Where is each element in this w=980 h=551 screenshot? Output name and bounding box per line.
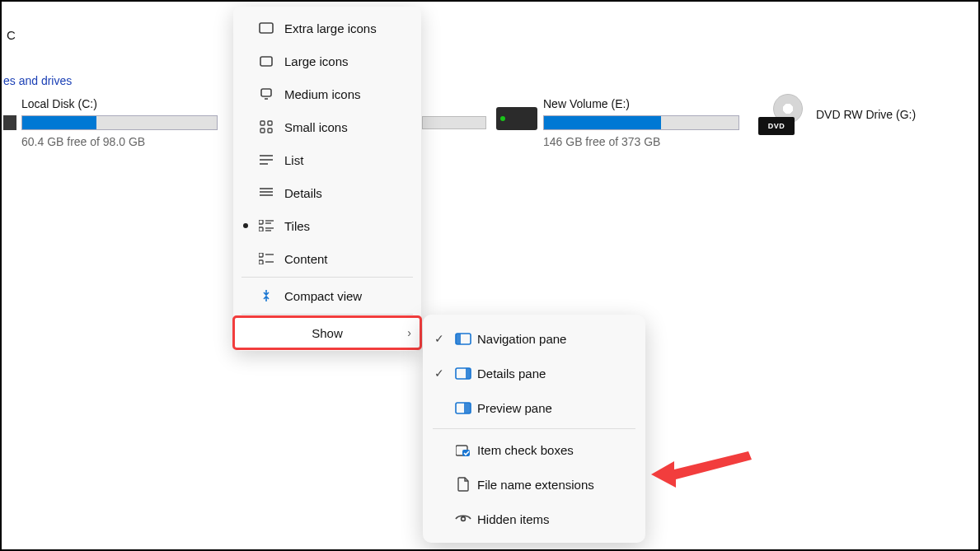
view-context-menu: Extra large icons Large icons Medium ico… [233, 7, 421, 351]
drive-tile-new-volume-e[interactable]: New Volume (E:) 146 GB free of 373 GB [543, 97, 739, 148]
list-icon [256, 154, 276, 166]
drive-tile-local-disk-c[interactable]: Local Disk (C:) 60.4 GB free of 98.0 GB [21, 97, 218, 148]
menu-item-label: Tiles [284, 219, 310, 233]
menu-item-label: Medium icons [284, 87, 361, 101]
submenu-item-label: Details pane [477, 367, 546, 381]
submenu-item-preview-pane[interactable]: ✓ Preview pane [423, 390, 645, 425]
menu-separator [241, 277, 413, 278]
menu-item-label: Show [312, 326, 343, 340]
menu-item-compact-view[interactable]: Compact view [233, 279, 421, 312]
menu-separator [241, 314, 413, 315]
menu-item-label: List [284, 153, 303, 167]
medium-icons-icon [256, 88, 276, 100]
drive-name: DVD RW Drive (G:) [816, 108, 916, 121]
svg-rect-20 [259, 253, 263, 257]
svg-rect-4 [260, 121, 265, 125]
submenu-item-label: Hidden items [477, 512, 550, 526]
large-icons-icon [256, 56, 276, 67]
extra-large-icons-icon [256, 22, 276, 34]
details-pane-icon [454, 367, 472, 380]
drive-usage-bar [21, 115, 218, 130]
submenu-item-item-check-boxes[interactable]: ✓ Item check boxes [423, 432, 645, 467]
submenu-item-details-pane[interactable]: ✓ Details pane [423, 356, 645, 390]
svg-rect-6 [260, 128, 265, 133]
submenu-separator [433, 428, 635, 429]
submenu-item-label: Preview pane [477, 401, 552, 415]
hidden-items-icon [454, 513, 472, 525]
menu-item-details[interactable]: Details [233, 176, 421, 209]
submenu-item-label: Item check boxes [477, 443, 574, 457]
svg-point-31 [462, 517, 466, 521]
menu-item-extra-large-icons[interactable]: Extra large icons [233, 12, 421, 44]
show-submenu: ✓ Navigation pane ✓ Details pane ✓ Previ… [423, 315, 645, 543]
annotation-arrow [651, 445, 758, 494]
details-icon [256, 187, 276, 198]
drive-bar-stub [422, 116, 486, 129]
tiles-icon [256, 220, 276, 231]
menu-item-label: Small icons [284, 120, 348, 134]
content-icon [256, 253, 276, 264]
drive-usage-bar [543, 115, 739, 130]
svg-rect-5 [268, 121, 272, 125]
drive-tile-dvd-rw-g[interactable]: DVD DVD RW Drive (G:) [758, 94, 916, 135]
menu-item-medium-icons[interactable]: Medium icons [233, 77, 421, 110]
submenu-item-label: Navigation pane [477, 332, 566, 346]
svg-rect-2 [261, 89, 271, 96]
svg-rect-22 [259, 260, 263, 264]
check-icon: ✓ [434, 367, 444, 380]
breadcrumb[interactable]: C [7, 28, 16, 42]
preview-pane-icon [454, 402, 472, 414]
svg-rect-0 [260, 23, 273, 33]
menu-item-small-icons[interactable]: Small icons [233, 110, 421, 143]
compact-view-icon [256, 289, 276, 302]
submenu-item-navigation-pane[interactable]: ✓ Navigation pane [423, 321, 645, 356]
svg-rect-27 [466, 368, 471, 379]
svg-rect-14 [259, 220, 263, 224]
menu-item-list[interactable]: List [233, 143, 421, 176]
menu-item-label: Large icons [284, 54, 349, 68]
menu-item-content[interactable]: Content [233, 242, 421, 275]
svg-rect-7 [268, 128, 272, 133]
svg-marker-32 [651, 451, 752, 488]
menu-item-label: Compact view [284, 289, 362, 303]
menu-item-label: Content [284, 252, 328, 266]
svg-rect-30 [462, 450, 470, 456]
menu-item-label: Extra large icons [284, 21, 377, 35]
menu-item-show[interactable]: Show › [233, 316, 421, 349]
chevron-right-icon: › [407, 326, 411, 339]
navigation-pane-icon [454, 333, 472, 345]
svg-rect-29 [464, 403, 471, 413]
drive-name: New Volume (E:) [543, 97, 739, 110]
submenu-item-label: File name extensions [477, 478, 594, 492]
svg-rect-17 [259, 227, 263, 231]
menu-item-label: Details [284, 186, 322, 200]
small-icons-icon [256, 120, 276, 133]
submenu-item-hidden-items[interactable]: ✓ Hidden items [423, 502, 645, 536]
dvd-drive-icon: DVD [758, 94, 804, 135]
drive-free-text: 60.4 GB free of 98.0 GB [21, 135, 218, 148]
drive-free-text: 146 GB free of 373 GB [543, 135, 739, 148]
drive-name: Local Disk (C:) [21, 97, 218, 110]
svg-rect-1 [260, 57, 272, 66]
submenu-item-file-name-extensions[interactable]: ✓ File name extensions [423, 467, 645, 502]
drive-icon-stub [3, 115, 16, 130]
devices-drives-heading: es and drives [3, 74, 72, 87]
hdd-icon [496, 107, 537, 130]
svg-rect-25 [456, 334, 461, 344]
file-name-extensions-icon [454, 477, 472, 492]
check-icon: ✓ [434, 332, 444, 345]
menu-item-tiles[interactable]: Tiles [233, 209, 421, 242]
menu-item-large-icons[interactable]: Large icons [233, 44, 421, 77]
item-check-boxes-icon [454, 443, 472, 456]
